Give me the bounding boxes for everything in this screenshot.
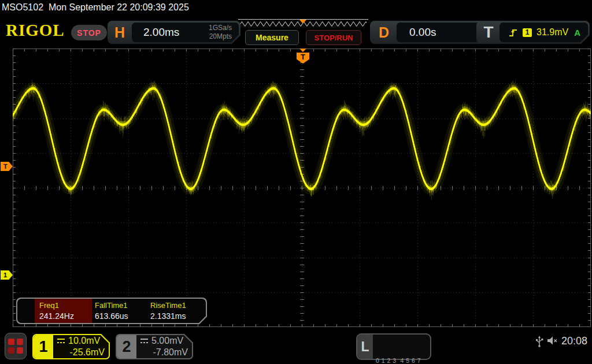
channel2-offset: -7.80mV: [153, 347, 188, 358]
oscilloscope-screen: MSO5102 Mon September 22 20:09:39 2025 R…: [0, 0, 592, 364]
measurement-value: 2.1331ms: [150, 311, 186, 321]
trigger-source-badge: 1: [523, 28, 532, 37]
channel1-badge[interactable]: 1 10.0mV -25.6mV: [32, 334, 110, 359]
measurement-value: 241.24Hz: [39, 311, 74, 321]
speaker-muted-icon[interactable]: [547, 336, 558, 346]
rising-edge-icon: [509, 27, 518, 38]
timebase-value: 2.00ms: [143, 26, 179, 39]
acquisition-state-badge: STOP: [71, 25, 107, 40]
menu-grid-icon: [8, 339, 14, 345]
bottom-status-bar: 1 10.0mV -25.6mV 2: [0, 327, 592, 364]
digital-channel-numbers: 0 1 2 3 4 5 6 7 8 9 10 11 12 13 14 15: [376, 336, 441, 364]
header-bar: RIGOL STOP H 2.00ms 1GSa/s 20Mpts Measur…: [0, 16, 592, 49]
measurement-results-box[interactable]: Freq1 241.24Hz FallTime1 613.66us RiseTi…: [16, 298, 207, 324]
channel2-badge[interactable]: 2 5.00mV -7.80mV: [116, 334, 193, 359]
measurement-label: RiseTime1: [150, 301, 186, 310]
measurement-results-body: Freq1 241.24Hz FallTime1 613.66us RiseTi…: [17, 299, 206, 323]
horizontal-panel-body: 2.00ms 1GSa/s 20Mpts: [132, 23, 239, 42]
trigger-level-value: 31.9mV: [536, 27, 568, 38]
stop-run-button-label: STOP/RUN: [314, 34, 353, 42]
channel1-values: 10.0mV -25.6mV: [57, 335, 105, 358]
waveform-preview-bar[interactable]: [238, 19, 368, 29]
clock: 20:08: [561, 335, 587, 347]
channel1-scale: 10.0mV: [68, 336, 100, 346]
trigger-position-arrow-icon[interactable]: [299, 49, 306, 52]
digital-row-low: 0 1 2 3 4 5 6 7: [376, 356, 441, 364]
usb-icon: [535, 335, 544, 348]
menu-grid-icon: [17, 347, 23, 354]
menu-grid-icon: [17, 339, 23, 345]
waveform-display-area: T 1 T Freq1 241.24Hz FallTime1 613.66us …: [13, 49, 591, 327]
channel1-number-tab[interactable]: 1: [34, 335, 53, 358]
channel2-number-tab[interactable]: 2: [117, 335, 136, 358]
measurement-item-falltime[interactable]: FallTime1 613.66us: [90, 299, 145, 323]
channel2-scale: 5.00mV: [151, 336, 183, 346]
trigger-mode: A: [574, 28, 580, 38]
measurement-item-risetime[interactable]: RiseTime1 2.1331ms: [146, 299, 201, 323]
stop-run-button[interactable]: STOP/RUN: [306, 30, 361, 45]
measurement-value: 613.66us: [95, 311, 128, 321]
horizontal-label: H: [108, 21, 132, 44]
dc-coupling-icon: [140, 338, 149, 344]
rigol-logo: RIGOL: [6, 21, 65, 40]
trigger-panel[interactable]: T 1 31.9mV A: [476, 21, 590, 44]
trigger-panel-body: 1 31.9mV A: [500, 23, 588, 42]
measure-button[interactable]: Measure: [245, 30, 299, 45]
logic-analyzer-badge[interactable]: L 0 1 2 3 4 5 6 7 8 9 10 11 12 13 14 15: [356, 333, 431, 360]
channel1-offset: -25.6mV: [70, 347, 105, 358]
preview-trigger-position-icon[interactable]: [299, 20, 306, 24]
memory-depth: 20Mpts: [209, 32, 232, 41]
delay-label: D: [370, 21, 398, 44]
acquisition-state-label: STOP: [77, 28, 101, 38]
measurement-label: Freq1: [39, 301, 59, 310]
channel2-values: 5.00mV -7.80mV: [140, 335, 188, 358]
trigger-label: T: [476, 21, 501, 44]
logic-analyzer-tab: L: [357, 335, 373, 359]
delay-value: 0.00s: [409, 26, 436, 39]
measure-button-label: Measure: [256, 33, 288, 42]
sample-rate: 1GSa/s: [209, 24, 232, 32]
channel1-position-marker[interactable]: 1: [1, 270, 13, 280]
horizontal-panel[interactable]: H 2.00ms 1GSa/s 20Mpts: [108, 21, 240, 44]
dc-coupling-icon: [57, 338, 65, 344]
measurement-label: FallTime1: [95, 301, 128, 310]
model-and-datetime: MSO5102 Mon September 22 20:09:39 2025: [2, 2, 189, 13]
trigger-level-marker[interactable]: T: [1, 162, 13, 171]
waveform-canvas: [13, 49, 591, 327]
measurement-item-freq[interactable]: Freq1 241.24Hz: [35, 299, 90, 323]
top-status-bar: MSO5102 Mon September 22 20:09:39 2025: [0, 0, 592, 16]
function-menu-button[interactable]: [5, 333, 27, 359]
menu-grid-icon: [8, 347, 14, 354]
sample-rate-block: 1GSa/s 20Mpts: [209, 24, 232, 41]
